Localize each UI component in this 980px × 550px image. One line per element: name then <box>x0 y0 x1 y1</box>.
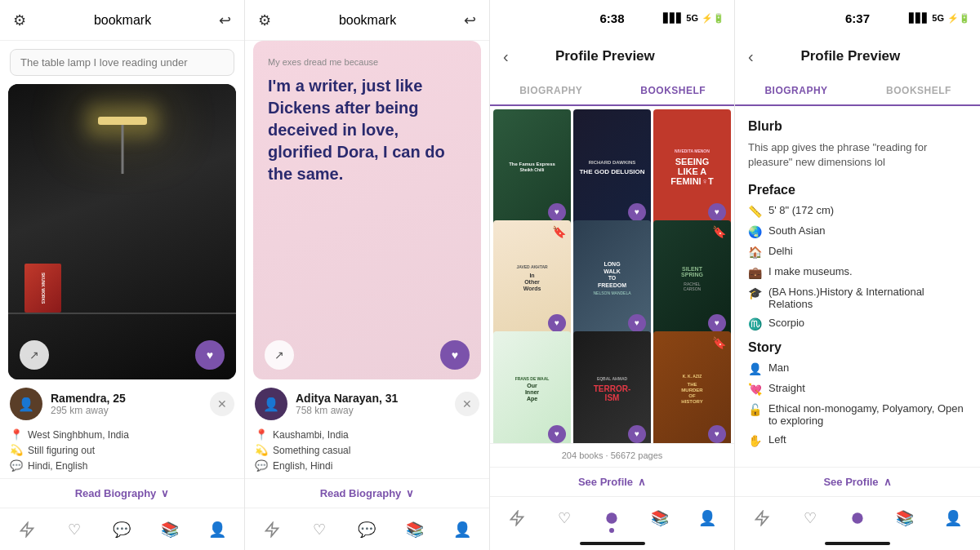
panel3-back-button[interactable]: ‹ <box>503 47 509 66</box>
book-cell-4[interactable]: JAVED AKHTAR InOtherWords 🔖 ♥ <box>493 220 571 337</box>
book5-heart[interactable]: ♥ <box>628 314 646 332</box>
panel3-nav-chat-active[interactable] <box>599 505 625 531</box>
panel1-nav-flash[interactable] <box>14 517 40 543</box>
book-cell-2[interactable]: RICHARD DAWKINS THE GOD DELUSION ♥ <box>573 109 651 226</box>
panel3-nav-flash[interactable] <box>504 505 530 531</box>
panel2-intent-icon: 💫 <box>255 444 268 456</box>
card2-share-button[interactable]: ↗ <box>265 340 294 370</box>
panel2-profile-distance: 758 km away <box>296 405 455 416</box>
book6-bookmark: 🔖 <box>712 225 726 238</box>
panel4-relationship: Ethical non-monogamy, Polyamory, Open to… <box>768 402 967 427</box>
panel1-nav-books[interactable]: 📚 <box>157 517 183 543</box>
book7-heart[interactable]: ♥ <box>548 425 566 443</box>
panel1-intent-row: 💫 Still figuring out <box>10 442 234 458</box>
panel1-read-bio-label: Read Biography <box>75 487 157 499</box>
panel4-see-profile-button[interactable]: See Profile ∧ <box>735 467 980 496</box>
panel4-status-icons: ▋▋▋ 5G ⚡🔋 <box>909 13 970 24</box>
panel4-relationship-row: 🔓 Ethical non-monogamy, Polyamory, Open … <box>748 402 967 427</box>
panel2-nav-profile[interactable]: 👤 <box>449 517 475 543</box>
panel4-see-profile-chevron: ∧ <box>884 476 892 488</box>
panel4-time: 6:37 <box>845 11 870 25</box>
panel1-nav-profile[interactable]: 👤 <box>204 517 230 543</box>
panel4-back-button[interactable]: ‹ <box>748 47 754 66</box>
city-icon: 🏠 <box>748 246 762 259</box>
panel3-see-profile-button[interactable]: See Profile ∧ <box>490 467 734 496</box>
book-cell-7[interactable]: FRANS DE WAAL OurInnerApe ♥ <box>493 331 571 443</box>
panel1-location: West Singhbhum, India <box>28 429 129 441</box>
panel4-zodiac: Scorpio <box>768 317 804 329</box>
panel3-tab-bookshelf[interactable]: BOOKSHELF <box>612 77 735 106</box>
panel1-profile-row: 👤 Ramendra, 25 295 km away ✕ <box>0 379 244 424</box>
panel2-card-quote: I'm a writer, just like Dickens after be… <box>268 75 466 185</box>
svg-marker-1 <box>266 522 278 536</box>
panel4-nav-books[interactable]: 📚 <box>892 505 918 531</box>
book-cell-9[interactable]: K. K. AZIZ THEMURDEROFHISTORY 🔖 ♥ <box>653 331 731 443</box>
card1-share-button[interactable]: ↗ <box>20 340 49 370</box>
handedness-icon: ✋ <box>748 434 762 447</box>
panel1-nav-heart[interactable]: ♡ <box>61 517 87 543</box>
panel3-nav-books[interactable]: 📚 <box>647 505 673 531</box>
panel4-nav-profile[interactable]: 👤 <box>940 505 966 531</box>
panel3-nav-profile[interactable]: 👤 <box>694 505 720 531</box>
book-cell-1[interactable]: The Famus ExpressSheikh Chilli ♥ <box>493 109 571 226</box>
book-cell-6[interactable]: SILENTSPRING RACHELCARSON 🔖 ♥ <box>653 220 731 337</box>
panel2-close-button[interactable]: ✕ <box>455 392 479 416</box>
panel2-nav-flash[interactable] <box>259 517 285 543</box>
signal-icon: ▋▋▋ <box>663 13 683 24</box>
book9-heart[interactable]: ♥ <box>708 425 726 443</box>
panel2-intent-row: 💫 Something casual <box>255 442 479 458</box>
book4-heart[interactable]: ♥ <box>548 314 566 332</box>
panel2-read-bio-chevron: ∨ <box>406 487 414 499</box>
book-cell-5[interactable]: LONGWALKTOFREEDOM NELSON MANDELA ♥ <box>573 220 651 337</box>
panel4-ethnicity: South Asian <box>768 224 825 237</box>
panel-3-profile-preview: 6:38 ▋▋▋ 5G ⚡🔋 ‹ Profile Preview BIOGRAP… <box>490 0 735 550</box>
panel2-nav-books[interactable]: 📚 <box>402 517 428 543</box>
panel4-city: Delhi <box>768 245 793 257</box>
card1-heart-button[interactable]: ♥ <box>195 340 225 370</box>
panel4-nav-flash[interactable] <box>749 505 775 531</box>
panel4-job: I make museums. <box>768 265 853 277</box>
panel1-close-button[interactable]: ✕ <box>210 392 234 416</box>
book3-heart[interactable]: ♥ <box>708 203 726 221</box>
lamp-light <box>98 117 147 125</box>
book8-heart[interactable]: ♥ <box>628 425 646 443</box>
panel4-nav-chat-active[interactable] <box>844 505 871 531</box>
book1-heart[interactable]: ♥ <box>548 203 566 221</box>
book-cell-8[interactable]: EQBAL AHMAD TERROR-ISM ♥ <box>573 331 651 443</box>
book4-bookmark: 🔖 <box>552 225 566 238</box>
panel4-battery-icon: ⚡🔋 <box>947 13 970 24</box>
settings-icon[interactable]: ⚙ <box>13 11 26 29</box>
panel4-nav-heart[interactable]: ♡ <box>797 505 823 531</box>
book9-bookmark: 🔖 <box>712 336 726 349</box>
panel2-nav-chat[interactable]: 💬 <box>354 517 380 543</box>
gender-icon: 👤 <box>748 362 762 375</box>
panel1-languages: Hindi, English <box>28 460 87 472</box>
panel2-settings-icon[interactable]: ⚙ <box>258 11 271 29</box>
book2-heart[interactable]: ♥ <box>628 203 646 221</box>
card2-heart-button[interactable]: ♥ <box>440 340 470 370</box>
panel4-orientation-row: 💘 Straight <box>748 382 967 396</box>
panel2-undo-icon[interactable]: ↩ <box>464 11 476 29</box>
intent-icon: 💫 <box>10 444 23 456</box>
book6-heart[interactable]: ♥ <box>708 314 726 332</box>
undo-icon[interactable]: ↩ <box>219 11 231 29</box>
search-input[interactable] <box>10 49 234 76</box>
panel2-location: Kaushambi, India <box>273 429 349 441</box>
panel4-tab-biography[interactable]: BIOGRAPHY <box>735 77 858 106</box>
panel3-title: Profile Preview <box>555 48 655 64</box>
svg-point-5 <box>852 512 862 523</box>
panel3-tab-biography[interactable]: BIOGRAPHY <box>490 77 612 104</box>
panel1-read-bio-button[interactable]: Read Biography ∨ <box>0 478 244 508</box>
panel4-zodiac-row: ♏ Scorpio <box>748 317 967 330</box>
book-cell-3[interactable]: NIVEDITA MENON SEEINGLIKE AFEMINI♀T ♥ <box>653 109 731 226</box>
panel3-nav-heart[interactable]: ♡ <box>551 505 577 531</box>
panel2-bottom-nav: ♡ 💬 📚 👤 <box>245 508 489 550</box>
panel2-nav-heart[interactable]: ♡ <box>306 517 332 543</box>
panel2-read-bio-button[interactable]: Read Biography ∨ <box>245 478 489 508</box>
panel1-read-bio-chevron: ∨ <box>161 487 169 499</box>
panel1-nav-chat[interactable]: 💬 <box>109 517 135 543</box>
panel4-ethnicity-row: 🌏 South Asian <box>748 224 967 238</box>
languages-icon: 💬 <box>10 459 23 472</box>
card1-actions: ↗ ♥ <box>8 340 236 370</box>
panel4-tab-bookshelf[interactable]: BOOKSHELF <box>858 77 980 104</box>
